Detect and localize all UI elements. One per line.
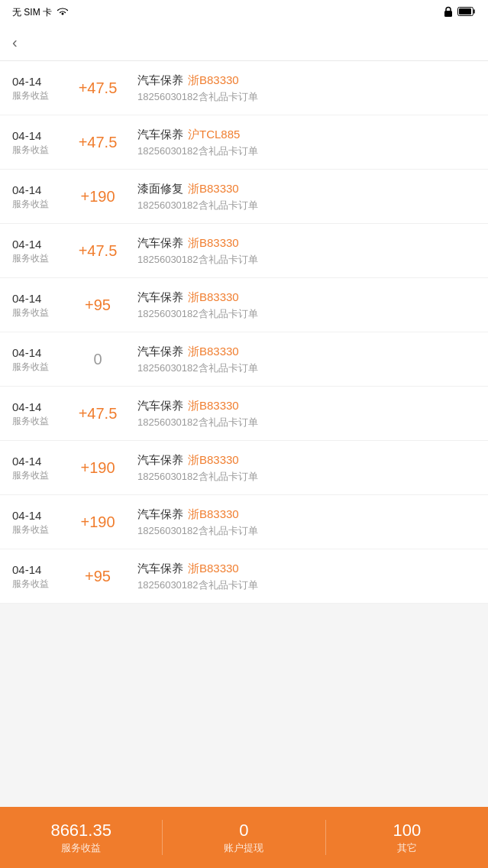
transaction-service: 汽车保养浙B83330: [137, 560, 476, 578]
transaction-description: 汽车保养浙B83330 18256030182含礼品卡订单: [128, 452, 476, 484]
transaction-amount: +47.5: [67, 405, 128, 423]
transaction-detail: 18256030182含礼品卡订单: [137, 523, 476, 539]
transaction-service: 汽车保养浙B83330: [137, 397, 476, 415]
transaction-service: 汽车保养沪TCL885: [137, 126, 476, 144]
transaction-amount: +47.5: [67, 242, 128, 260]
transaction-date-day: 04-14: [12, 345, 67, 361]
sim-status: 无 SIM 卡: [12, 6, 52, 19]
transaction-date: 04-14 服务收益: [12, 290, 67, 319]
transaction-list: 04-14 服务收益 +47.5 汽车保养浙B83330 18256030182…: [0, 61, 488, 604]
transaction-detail: 18256030182含礼品卡订单: [137, 469, 476, 484]
transaction-description: 汽车保养浙B83330 18256030182含礼品卡订单: [128, 235, 476, 267]
transaction-service: 汽车保养浙B83330: [137, 235, 476, 252]
transaction-date: 04-14 服务收益: [12, 345, 67, 374]
transaction-description: 汽车保养浙B83330 18256030182含礼品卡订单: [128, 343, 476, 375]
transaction-item[interactable]: 04-14 服务收益 +47.5 汽车保养浙B83330 18256030182…: [0, 387, 488, 441]
transaction-category: 服务收益: [12, 523, 67, 536]
transaction-service: 汽车保养浙B83330: [137, 72, 476, 89]
transaction-detail: 18256030182含礼品卡订单: [137, 415, 476, 430]
transaction-category: 服务收益: [12, 306, 67, 319]
footer-label-0: 服务收益: [61, 841, 101, 855]
transaction-date: 04-14 服务收益: [12, 453, 67, 482]
transaction-detail: 18256030182含礼品卡订单: [137, 252, 476, 267]
transaction-date-day: 04-14: [12, 236, 67, 252]
transaction-description: 汽车保养沪TCL885 18256030182含礼品卡订单: [128, 126, 476, 158]
transaction-date-day: 04-14: [12, 562, 67, 578]
transaction-category: 服务收益: [12, 89, 67, 102]
footer-label-2: 其它: [397, 841, 417, 855]
transaction-amount: +47.5: [67, 79, 128, 97]
transaction-date-day: 04-14: [12, 453, 67, 469]
transaction-date: 04-14 服务收益: [12, 236, 67, 265]
transaction-date: 04-14 服务收益: [12, 182, 67, 211]
transaction-description: 漆面修复浙B83330 18256030182含礼品卡订单: [128, 180, 476, 212]
svg-rect-2: [459, 8, 471, 15]
footer-label-1: 账户提现: [224, 841, 263, 855]
transaction-plate: 浙B83330: [188, 345, 239, 358]
transaction-plate: 浙B83330: [188, 290, 239, 303]
transaction-description: 汽车保养浙B83330 18256030182含礼品卡订单: [128, 506, 476, 538]
footer-value-1: 0: [239, 820, 248, 842]
content-area: 04-14 服务收益 +47.5 汽车保养浙B83330 18256030182…: [0, 61, 488, 807]
transaction-detail: 18256030182含礼品卡订单: [137, 578, 476, 593]
transaction-amount: +190: [67, 188, 128, 206]
transaction-amount: 0: [67, 351, 128, 368]
transaction-date-day: 04-14: [12, 290, 67, 306]
transaction-plate: 浙B83330: [188, 507, 239, 520]
transaction-item[interactable]: 04-14 服务收益 +95 汽车保养浙B83330 18256030182含礼…: [0, 549, 488, 604]
footer-item-2: 100 其它: [326, 820, 488, 856]
svg-rect-0: [444, 11, 452, 17]
transaction-description: 汽车保养浙B83330 18256030182含礼品卡订单: [128, 289, 476, 321]
transaction-item[interactable]: 04-14 服务收益 +47.5 汽车保养浙B83330 18256030182…: [0, 224, 488, 278]
status-bar: 无 SIM 卡: [0, 0, 488, 24]
back-button[interactable]: ‹: [12, 28, 24, 57]
transaction-service: 汽车保养浙B83330: [137, 506, 476, 523]
transaction-date-day: 04-14: [12, 507, 67, 523]
transaction-amount: +95: [67, 568, 128, 585]
status-bar-right: [444, 6, 476, 19]
transaction-item[interactable]: 04-14 服务收益 +47.5 汽车保养沪TCL885 18256030182…: [0, 115, 488, 170]
transaction-detail: 18256030182含礼品卡订单: [137, 306, 476, 322]
transaction-detail: 18256030182含礼品卡订单: [137, 361, 476, 376]
transaction-amount: +190: [67, 459, 128, 477]
transaction-item[interactable]: 04-14 服务收益 +190 汽车保养浙B83330 18256030182含…: [0, 441, 488, 495]
transaction-service: 汽车保养浙B83330: [137, 289, 476, 306]
footer-value-0: 8661.35: [50, 820, 111, 842]
transaction-amount: +190: [67, 513, 128, 531]
transaction-item[interactable]: 04-14 服务收益 0 汽车保养浙B83330 18256030182含礼品卡…: [0, 332, 488, 387]
status-bar-left: 无 SIM 卡: [12, 6, 69, 19]
transaction-date: 04-14 服务收益: [12, 73, 67, 102]
nav-bar: ‹: [0, 24, 488, 61]
footer-item-1: 0 账户提现: [163, 820, 325, 856]
transaction-plate: 浙B83330: [188, 453, 239, 466]
wifi-icon: [57, 7, 69, 18]
transaction-item[interactable]: 04-14 服务收益 +190 漆面修复浙B83330 18256030182含…: [0, 170, 488, 224]
transaction-item[interactable]: 04-14 服务收益 +190 汽车保养浙B83330 18256030182含…: [0, 495, 488, 549]
transaction-category: 服务收益: [12, 198, 67, 211]
transaction-service: 漆面修复浙B83330: [137, 180, 476, 198]
battery-icon: [457, 7, 476, 18]
transaction-plate: 浙B83330: [188, 182, 239, 195]
transaction-date: 04-14 服务收益: [12, 128, 67, 157]
transaction-category: 服务收益: [12, 252, 67, 265]
transaction-plate: 浙B83330: [188, 399, 239, 412]
footer-item-0: 8661.35 服务收益: [0, 820, 163, 856]
transaction-date: 04-14 服务收益: [12, 399, 67, 428]
transaction-date: 04-14 服务收益: [12, 562, 67, 591]
transaction-description: 汽车保养浙B83330 18256030182含礼品卡订单: [128, 397, 476, 429]
transaction-date: 04-14 服务收益: [12, 507, 67, 536]
transaction-category: 服务收益: [12, 469, 67, 482]
transaction-description: 汽车保养浙B83330 18256030182含礼品卡订单: [128, 560, 476, 592]
transaction-plate: 浙B83330: [188, 562, 239, 575]
transaction-description: 汽车保养浙B83330 18256030182含礼品卡订单: [128, 72, 476, 104]
footer: 8661.35 服务收益 0 账户提现 100 其它: [0, 807, 488, 868]
transaction-date-day: 04-14: [12, 399, 67, 415]
transaction-item[interactable]: 04-14 服务收益 +47.5 汽车保养浙B83330 18256030182…: [0, 61, 488, 115]
transaction-service: 汽车保养浙B83330: [137, 452, 476, 469]
transaction-date-day: 04-14: [12, 128, 67, 144]
transaction-category: 服务收益: [12, 144, 67, 157]
transaction-detail: 18256030182含礼品卡订单: [137, 144, 476, 159]
transaction-item[interactable]: 04-14 服务收益 +95 汽车保养浙B83330 18256030182含礼…: [0, 278, 488, 332]
transaction-category: 服务收益: [12, 578, 67, 591]
footer-value-2: 100: [393, 820, 421, 842]
